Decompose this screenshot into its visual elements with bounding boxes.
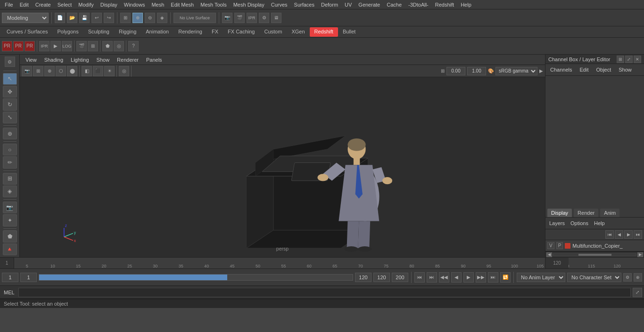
save-scene-icon[interactable]: 💾 [79, 13, 90, 23]
display-icon[interactable]: 🖥 [271, 13, 281, 23]
rs-render2-icon[interactable]: ⊞ [88, 41, 98, 51]
tab-fx[interactable]: FX [207, 27, 223, 37]
menu-redshift[interactable]: Redshift [432, 1, 457, 8]
cb-tab-edit[interactable]: Edit [577, 66, 591, 73]
gamma-mode-dropdown[interactable]: sRGB gamma Linear [495, 67, 537, 75]
start-frame-input[interactable] [20, 273, 37, 282]
rs-icon-1[interactable]: PR [2, 41, 12, 51]
tab-xgen[interactable]: XGen [287, 27, 309, 37]
menu-curves[interactable]: Curves [268, 1, 290, 8]
sidebar-universal-tool[interactable]: ⊕ [3, 128, 17, 139]
vp-cam-icon[interactable]: 📷 [22, 66, 32, 76]
sidebar-move-tool[interactable]: ✥ [3, 86, 17, 97]
layer-playback-btn[interactable]: P [556, 242, 563, 249]
snap-grid-icon[interactable]: ⊞ [120, 13, 131, 23]
rs-play-icon[interactable]: ▶ [50, 41, 61, 51]
tab-rendering[interactable]: Rendering [173, 27, 207, 37]
anim-layer-dropdown[interactable]: No Anim Layer [517, 273, 565, 282]
no-live-surface-icon[interactable]: No Live Surface [173, 13, 216, 23]
pb-loop[interactable]: 🔁 [500, 272, 511, 283]
exposure-value-input[interactable] [467, 67, 486, 75]
menu-uv[interactable]: UV [342, 1, 355, 8]
layer-next-icon[interactable]: ▶ [624, 230, 633, 239]
menu-3dto-all[interactable]: -3DtoAll- [405, 1, 431, 8]
sidebar-select-tool[interactable]: ↖ [3, 73, 17, 85]
sidebar-scale-tool[interactable]: ⤡ [3, 112, 17, 123]
vp-menu-lighting[interactable]: Lighting [69, 56, 91, 64]
playback-range[interactable] [39, 274, 353, 281]
rs-light-icon[interactable]: ◎ [114, 41, 124, 51]
menu-cache[interactable]: Cache [384, 1, 405, 8]
layer-prev-prev-icon[interactable]: ⏮ [605, 230, 614, 239]
panel-tab-anim[interactable]: Anim [600, 209, 619, 217]
tab-fx-caching[interactable]: FX Caching [223, 27, 259, 37]
layers-tab-options[interactable]: Options [569, 219, 590, 227]
layer-prev-icon[interactable]: ◀ [615, 230, 623, 239]
snap-face-icon[interactable]: ◈ [157, 13, 167, 23]
sidebar-camera-tool[interactable]: 📷 [3, 202, 17, 213]
scroll-left-btn[interactable]: ◀ [546, 252, 552, 257]
viewport-canvas[interactable]: y x z persp [20, 77, 545, 257]
rs-mat-icon[interactable]: ⬟ [102, 41, 113, 51]
vp-wire-icon[interactable]: ⬡ [56, 66, 66, 76]
undo-icon[interactable]: ↩ [91, 13, 102, 23]
sidebar-tri-tool[interactable]: 🔺 [3, 243, 17, 255]
redo-icon[interactable]: ↪ [104, 13, 114, 23]
menu-help[interactable]: Help [458, 1, 474, 8]
pb-fwd-frame[interactable]: ▶▶ [476, 272, 486, 283]
sidebar-grid-tool[interactable]: ⊞ [3, 173, 17, 185]
menu-mesh[interactable]: Mesh [149, 1, 167, 8]
horizontal-scrollbar[interactable]: ◀ ▶ [545, 251, 644, 257]
sidebar-lasso-tool[interactable]: ○ [3, 144, 17, 155]
tab-rigging[interactable]: Rigging [114, 27, 141, 37]
layer-visibility-btn[interactable]: V [547, 242, 554, 249]
menu-edit-mesh[interactable]: Edit Mesh [168, 1, 197, 8]
vp-shading-icon[interactable]: ◧ [82, 66, 92, 76]
panel-tab-render[interactable]: Render [574, 209, 598, 217]
char-set-dropdown[interactable]: No Character Set [567, 273, 621, 282]
open-scene-icon[interactable]: 📂 [67, 13, 77, 23]
cb-tab-object[interactable]: Object [593, 66, 614, 73]
new-scene-icon[interactable]: 📄 [55, 13, 65, 23]
char-set-add-icon[interactable]: ⊕ [634, 273, 642, 282]
vp-light-icon[interactable]: ☀ [104, 66, 115, 76]
tab-polygons[interactable]: Polygons [52, 27, 83, 37]
panel-expand-icon[interactable]: ⤢ [625, 56, 633, 63]
mel-expand-icon[interactable]: ⤢ [633, 288, 642, 297]
layers-tab-layers[interactable]: Layers [547, 219, 567, 227]
pb-play-back[interactable]: ◀◀ [439, 272, 449, 283]
menu-edit[interactable]: Edit [17, 1, 32, 8]
snap-edge-icon[interactable]: ⊖ [145, 13, 155, 23]
layer-next-next-icon[interactable]: ⏭ [634, 230, 642, 239]
vp-menu-renderer[interactable]: Renderer [115, 56, 140, 64]
timeline-ruler[interactable]: 1 5 10 15 20 25 30 35 40 45 50 55 60 65 … [0, 257, 644, 268]
panel-tab-display[interactable]: Display [547, 209, 572, 217]
tab-animation[interactable]: Animation [141, 27, 173, 37]
pb-go-end[interactable]: ⏭ [488, 272, 498, 283]
sidebar-paint-tool[interactable]: ✏ [3, 156, 17, 168]
vp-menu-shading[interactable]: Shading [42, 56, 65, 64]
vp-isolate-icon[interactable]: ◎ [119, 66, 129, 76]
vp-smooth-icon[interactable]: ⬤ [67, 66, 77, 76]
menu-mesh-tools[interactable]: Mesh Tools [198, 1, 229, 8]
sidebar-rotate-tool[interactable]: ↻ [3, 98, 17, 110]
pb-play-fwd[interactable]: ▶ [463, 272, 474, 283]
menu-generate[interactable]: Generate [355, 1, 383, 8]
camera-icon[interactable]: 📷 [222, 13, 232, 23]
vp-snap-icon[interactable]: ⊕ [44, 66, 55, 76]
rs-log-icon[interactable]: LOG [62, 41, 72, 51]
rs-ipr-icon[interactable]: IPR [39, 41, 50, 51]
rs-icon-2[interactable]: PR [13, 41, 24, 51]
menu-select[interactable]: Select [55, 1, 75, 8]
sidebar-light-tool[interactable]: ✦ [3, 214, 17, 226]
menu-create[interactable]: Create [33, 1, 54, 8]
char-set-options-icon[interactable]: ⚙ [623, 273, 632, 282]
vp-menu-view[interactable]: View [24, 56, 39, 64]
cb-tab-channels[interactable]: Channels [547, 66, 575, 73]
menu-mesh-display[interactable]: Mesh Display [231, 1, 267, 8]
sidebar-snap-tool[interactable]: ◈ [3, 186, 17, 197]
pb-go-start[interactable]: ⏮ [414, 272, 425, 283]
scroll-right-btn[interactable]: ▶ [637, 252, 643, 257]
max-end-input[interactable] [392, 273, 408, 282]
layers-tab-help[interactable]: Help [592, 219, 607, 227]
